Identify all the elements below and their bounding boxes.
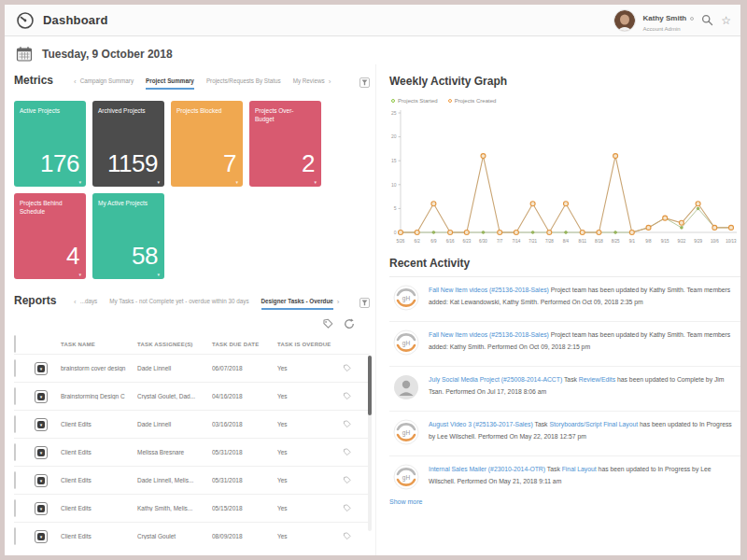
- search-icon[interactable]: [701, 14, 713, 26]
- metric-card-expand-icon[interactable]: ▾: [157, 272, 160, 277]
- metric-card-expand-icon[interactable]: ▾: [78, 272, 81, 277]
- reports-tabs-prev-icon[interactable]: ‹: [74, 298, 77, 306]
- row-actions-dropdown-button[interactable]: ▾: [35, 502, 48, 515]
- activity-link[interactable]: Final Layout: [562, 466, 597, 472]
- metric-card-0[interactable]: Active Projects176▾: [14, 101, 86, 187]
- metrics-title: Metrics: [14, 74, 70, 90]
- table-row[interactable]: ▾Client EditsCrystal Goulet08/09/2018Yes: [14, 522, 370, 550]
- table-row[interactable]: ▾brainstorm cover designDade Linnell06/0…: [14, 354, 370, 382]
- favorite-star-icon[interactable]: ☆: [721, 15, 731, 26]
- row-actions-dropdown-button[interactable]: ▾: [35, 418, 48, 431]
- column-header-task-assignees[interactable]: TASK ASSIGNEE(S): [137, 342, 212, 347]
- metric-card-value: 176: [40, 149, 79, 178]
- row-actions-dropdown-button[interactable]: ▾: [35, 474, 48, 487]
- activity-link[interactable]: Fall New Item videos (#25136-2018-Sales): [429, 331, 549, 338]
- activity-link[interactable]: Review/Edits: [579, 376, 615, 383]
- activity-plain-text: Task: [562, 376, 579, 383]
- metric-card-1[interactable]: Archived Projects1159▾: [92, 101, 164, 187]
- row-checkbox[interactable]: [14, 387, 16, 405]
- table-row[interactable]: ▾Client EditsKathy Smith, Melis...05/15/…: [14, 494, 370, 522]
- row-checkbox[interactable]: [14, 527, 16, 545]
- activity-link[interactable]: Storyboards/Script Final Layout: [549, 421, 638, 427]
- table-row[interactable]: ▾Client EditsDade Linnell, Melis...05/31…: [14, 466, 370, 494]
- task-assignees-cell: Dade Linnell, Melis...: [137, 477, 212, 483]
- row-actions-dropdown-button[interactable]: ▾: [35, 362, 48, 375]
- column-header-task-is-overdue[interactable]: TASK IS OVERDUE: [277, 342, 335, 347]
- task-overdue-cell: Yes: [277, 533, 335, 539]
- activity-link[interactable]: Fall New Item videos (#25136-2018-Sales): [429, 287, 549, 293]
- metrics-tab-1[interactable]: Project Summary: [146, 77, 194, 90]
- activity-link[interactable]: July Social Media Project (#25008-2014-A…: [429, 376, 562, 383]
- tag-icon[interactable]: [343, 420, 351, 428]
- reports-tab-1[interactable]: My Tasks - not Complete yet - overdue wi…: [109, 298, 248, 310]
- metric-card-expand-icon[interactable]: ▾: [157, 179, 160, 185]
- chevron-down-icon: ▾: [37, 365, 45, 372]
- refresh-icon[interactable]: [344, 318, 355, 329]
- legend-item-0[interactable]: Projects Started: [391, 98, 438, 104]
- activity-link[interactable]: August Video 3 (#25136-2017-Sales): [429, 421, 533, 427]
- metric-card-expand-icon[interactable]: ▾: [78, 179, 81, 185]
- metric-card-label: Projects Blocked: [176, 106, 234, 115]
- metric-card-4[interactable]: Projects Behind Schedule4▾: [14, 193, 86, 279]
- activity-plain-text: Task: [545, 466, 562, 472]
- row-actions-dropdown-button[interactable]: ▾: [35, 446, 48, 459]
- legend-swatch: [448, 99, 452, 103]
- table-scrollbar-thumb[interactable]: [368, 356, 372, 415]
- row-checkbox[interactable]: [14, 471, 16, 489]
- tag-icon[interactable]: [322, 318, 333, 329]
- column-header-task-due-date[interactable]: TASK DUE DATE: [212, 342, 277, 347]
- reports-tabs-next-icon[interactable]: ›: [337, 298, 340, 306]
- brand: Dashboard: [16, 11, 108, 30]
- user-avatar[interactable]: [613, 9, 636, 32]
- metrics-tab-3[interactable]: My Reviews: [293, 77, 325, 90]
- tag-icon[interactable]: [343, 504, 351, 512]
- svg-text:6/2: 6/2: [415, 239, 421, 244]
- metrics-tab-0[interactable]: Campaign Summary: [80, 77, 134, 90]
- svg-text:9/1: 9/1: [629, 239, 636, 244]
- top-bar: Dashboard Kathy Smith Account Admin ☆: [5, 5, 740, 36]
- legend-item-1[interactable]: Projects Created: [448, 98, 497, 104]
- tag-icon[interactable]: [343, 392, 351, 400]
- user-menu-dot[interactable]: [690, 17, 694, 21]
- tag-icon[interactable]: [343, 532, 351, 540]
- metric-card-expand-icon[interactable]: ▾: [235, 179, 238, 185]
- metric-card-3[interactable]: Projects Over-Budget2▾: [249, 101, 321, 187]
- activity-link[interactable]: Internal Sales Mailer (#23010-2014-OTR): [429, 466, 545, 472]
- table-row[interactable]: ▾Client EditsMelissa Bresnare05/31/2018Y…: [14, 438, 370, 466]
- reports-tab-0[interactable]: ...days: [80, 298, 98, 310]
- task-assignees-cell: Melissa Bresnare: [137, 449, 212, 455]
- metric-card-expand-icon[interactable]: ▾: [314, 179, 317, 185]
- row-checkbox[interactable]: [14, 359, 16, 377]
- table-row[interactable]: ▾Brainstorming Design CCrystal Goulet, D…: [14, 382, 370, 410]
- metric-card-2[interactable]: Projects Blocked7▾: [171, 101, 243, 187]
- reports-tab-2[interactable]: Designer Tasks - Overdue: [261, 298, 333, 310]
- row-actions-dropdown-button[interactable]: ▾: [35, 390, 48, 403]
- tag-icon[interactable]: [343, 364, 351, 372]
- activity-item: gHAugust Video 3 (#25136-2017-Sales) Tas…: [389, 412, 740, 456]
- row-checkbox[interactable]: [14, 443, 16, 461]
- activity-item: July Social Media Project (#25008-2014-A…: [389, 367, 740, 412]
- metric-card-value: 2: [302, 149, 315, 178]
- table-row[interactable]: ▾Client EditsDade Linnell03/16/2018Yes: [14, 410, 370, 438]
- reports-filter-button[interactable]: [359, 298, 370, 308]
- metrics-tabs-next-icon[interactable]: ›: [329, 77, 331, 86]
- tag-icon[interactable]: [343, 476, 351, 484]
- task-name-cell: Client Edits: [61, 477, 137, 483]
- user-meta[interactable]: Kathy Smith Account Admin: [643, 7, 695, 34]
- select-all-checkbox[interactable]: [14, 335, 16, 353]
- row-actions-dropdown-button[interactable]: ▾: [35, 530, 48, 543]
- company-logo-avatar: gH: [393, 329, 419, 356]
- table-scrollbar[interactable]: [368, 356, 372, 531]
- row-checkbox[interactable]: [14, 415, 16, 433]
- chart-legend: Projects StartedProjects Created: [391, 98, 740, 104]
- column-header-task-name[interactable]: TASK NAME: [61, 342, 137, 347]
- metrics-filter-button[interactable]: [359, 77, 370, 88]
- show-more-link[interactable]: Show more: [389, 498, 422, 505]
- metrics-tabs-prev-icon[interactable]: ‹: [74, 77, 77, 86]
- tag-icon[interactable]: [343, 448, 351, 456]
- task-assignees-cell: Crystal Goulet: [137, 533, 212, 539]
- row-checkbox[interactable]: [14, 499, 16, 517]
- chevron-down-icon: ▾: [37, 505, 45, 512]
- metrics-tab-2[interactable]: Projects/Requests By Status: [206, 77, 281, 90]
- metric-card-5[interactable]: My Active Projects58▾: [92, 193, 164, 279]
